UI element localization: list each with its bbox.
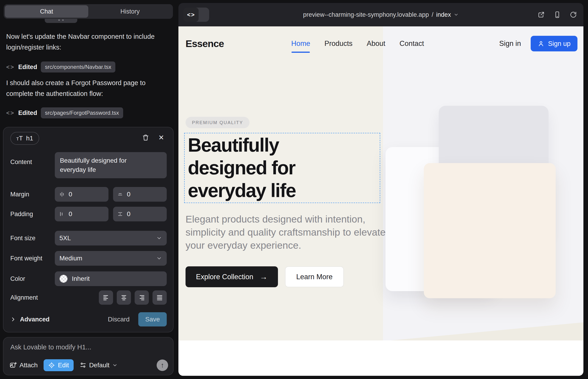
transparent-color-swatch xyxy=(59,275,68,283)
refresh-button[interactable] xyxy=(570,11,577,18)
ellipsis-dot xyxy=(62,19,63,21)
attach-image-icon xyxy=(9,362,17,369)
site-logo[interactable]: Essence xyxy=(186,38,224,49)
align-left-button[interactable] xyxy=(99,290,113,305)
padding-x-input[interactable]: 0 xyxy=(55,207,108,221)
sliders-icon xyxy=(79,362,86,369)
edit-mode-button[interactable]: Edit xyxy=(44,359,73,371)
element-editor-panel: TT h1 ✕ Content Beautifully designed for… xyxy=(3,127,174,332)
edited-file-row: <> Edited src/pages/ForgotPassword.tsx xyxy=(6,107,123,118)
send-button[interactable]: ↑ xyxy=(157,360,168,371)
scrolled-message-peek xyxy=(45,19,77,23)
mobile-view-button[interactable] xyxy=(554,11,561,18)
sidebar-tabbar: Chat History xyxy=(4,4,173,19)
font-size-row: Font size 5XL xyxy=(10,231,167,245)
nav-link-home[interactable]: Home xyxy=(291,39,310,48)
tab-history[interactable]: History xyxy=(88,5,172,18)
url-bar[interactable]: preview--charming-site-symphony.lovable.… xyxy=(178,3,583,26)
file-path-badge[interactable]: src/components/Navbar.tsx xyxy=(41,62,115,73)
refresh-icon xyxy=(570,11,577,18)
font-size-select[interactable]: 5XL xyxy=(55,231,167,245)
code-icon: <> xyxy=(6,63,15,71)
margin-row: Margin 0 0 xyxy=(10,187,167,202)
typography-icon: TT xyxy=(16,135,23,142)
sign-up-button[interactable]: Sign up xyxy=(531,36,577,51)
selected-element-chip[interactable]: TT h1 xyxy=(10,132,39,145)
advanced-toggle[interactable]: Advanced xyxy=(10,316,49,323)
content-row: Content Beautifully designed for everyda… xyxy=(10,152,167,178)
font-weight-label: Font weight xyxy=(10,255,55,262)
chat-message: I should also create a Forgot Password p… xyxy=(6,78,160,99)
chat-sidebar: Chat History Now let's update the Navbar… xyxy=(0,0,178,379)
close-editor-button[interactable]: ✕ xyxy=(157,133,165,142)
sign-in-link[interactable]: Sign in xyxy=(499,39,521,48)
color-select[interactable]: Inherit xyxy=(55,271,167,286)
content-input[interactable]: Beautifully designed for everyday life xyxy=(55,152,167,178)
align-justify-button[interactable] xyxy=(153,290,167,305)
nav-link-contact[interactable]: Contact xyxy=(400,39,424,48)
margin-horizontal-icon xyxy=(59,191,65,197)
explore-collection-button[interactable]: Explore Collection → xyxy=(186,266,278,287)
align-right-icon xyxy=(138,294,145,301)
attach-button[interactable]: Attach xyxy=(9,362,38,369)
align-right-button[interactable] xyxy=(135,290,149,305)
topbar-actions xyxy=(538,3,577,26)
margin-vertical-icon xyxy=(117,191,123,197)
edited-label: Edited xyxy=(18,110,37,117)
open-external-button[interactable] xyxy=(538,11,545,18)
code-icon: <> xyxy=(6,110,15,117)
chevron-down-icon xyxy=(112,363,118,368)
preview-page-name: index xyxy=(436,11,451,18)
content-label: Content xyxy=(10,158,55,166)
site-navbar: Essence Home Products About Contact Sign… xyxy=(178,26,583,61)
smartphone-icon xyxy=(554,11,561,18)
tab-chat[interactable]: Chat xyxy=(5,5,88,18)
chat-message: Now let's update the Navbar component to… xyxy=(6,31,160,53)
composer-input[interactable] xyxy=(10,344,157,351)
url-separator: / xyxy=(432,11,433,18)
alignment-label: Alignment xyxy=(10,294,55,301)
padding-vertical-icon xyxy=(117,211,123,217)
element-tag-label: h1 xyxy=(26,135,33,142)
nav-link-about[interactable]: About xyxy=(367,39,385,48)
padding-row: Padding 0 0 xyxy=(10,207,167,221)
align-center-button[interactable] xyxy=(117,290,131,305)
align-left-icon xyxy=(103,294,109,301)
send-arrow-icon: ↑ xyxy=(161,361,164,369)
close-icon: ✕ xyxy=(158,134,164,142)
preview-url: preview--charming-site-symphony.lovable.… xyxy=(303,11,429,18)
delete-element-button[interactable] xyxy=(141,133,150,142)
hero-heading[interactable]: Beautifully designed for everyday life xyxy=(188,134,362,202)
color-row: Color Inherit xyxy=(10,271,167,286)
discard-button[interactable]: Discard xyxy=(108,316,130,323)
font-weight-row: Font weight Medium xyxy=(10,251,167,266)
padding-y-input[interactable]: 0 xyxy=(113,207,167,221)
arrow-right-icon: → xyxy=(260,272,267,281)
user-icon xyxy=(538,40,544,47)
align-justify-icon xyxy=(156,294,163,301)
alignment-row: Alignment xyxy=(10,290,167,305)
chevron-down-icon xyxy=(156,255,162,261)
file-path-badge[interactable]: src/pages/ForgotPassword.tsx xyxy=(41,107,123,118)
edited-file-row: <> Edited src/components/Navbar.tsx xyxy=(6,62,115,73)
save-button[interactable]: Save xyxy=(138,312,167,327)
margin-y-input[interactable]: 0 xyxy=(113,187,167,202)
learn-more-button[interactable]: Learn More xyxy=(285,266,344,287)
trash-icon xyxy=(142,134,149,141)
external-link-icon xyxy=(538,11,545,18)
color-label: Color xyxy=(10,275,55,283)
nav-link-products[interactable]: Products xyxy=(325,39,353,48)
mode-selector[interactable]: Default xyxy=(79,362,118,369)
crosshair-icon xyxy=(48,362,55,369)
hero-card-cream xyxy=(424,163,556,298)
margin-x-input[interactable]: 0 xyxy=(55,187,108,202)
preview-page: Essence Home Products About Contact Sign… xyxy=(178,26,583,376)
preview-topbar: <> preview--charming-site-symphony.lovab… xyxy=(178,3,583,26)
font-weight-select[interactable]: Medium xyxy=(55,251,167,266)
edited-label: Edited xyxy=(18,63,37,71)
align-center-icon xyxy=(120,294,127,301)
nav-auth: Sign in Sign up xyxy=(499,26,577,61)
padding-horizontal-icon xyxy=(59,211,65,217)
font-size-label: Font size xyxy=(10,235,55,242)
chevron-down-icon xyxy=(454,12,459,17)
